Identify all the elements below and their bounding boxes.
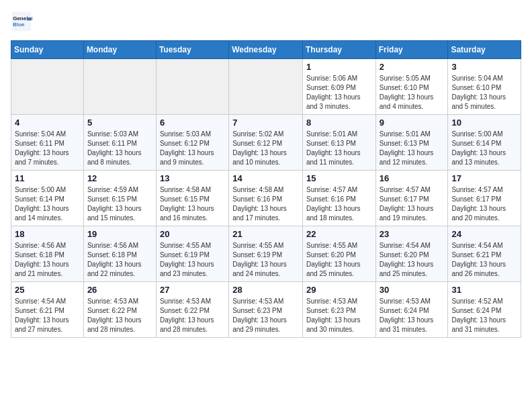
calendar-cell: 3Sunrise: 5:04 AM Sunset: 6:10 PM Daylig… bbox=[448, 59, 521, 115]
weekday-header: Thursday bbox=[302, 41, 375, 59]
day-number: 27 bbox=[160, 285, 225, 295]
calendar-cell: 23Sunrise: 4:54 AM Sunset: 6:20 PM Dayli… bbox=[375, 226, 448, 282]
calendar-cell: 20Sunrise: 4:55 AM Sunset: 6:19 PM Dayli… bbox=[156, 226, 228, 282]
day-number: 11 bbox=[15, 173, 80, 183]
calendar-cell bbox=[83, 59, 156, 115]
calendar-cell bbox=[229, 59, 303, 115]
day-number: 4 bbox=[15, 118, 80, 128]
calendar-table: SundayMondayTuesdayWednesdayThursdayFrid… bbox=[11, 40, 521, 338]
day-number: 1 bbox=[306, 62, 372, 72]
day-info: Sunrise: 5:03 AM Sunset: 6:12 PM Dayligh… bbox=[160, 130, 225, 167]
day-number: 31 bbox=[451, 285, 517, 295]
day-number: 14 bbox=[232, 173, 299, 183]
calendar-cell: 28Sunrise: 4:53 AM Sunset: 6:23 PM Dayli… bbox=[229, 282, 303, 338]
day-number: 18 bbox=[15, 229, 80, 239]
calendar-cell: 11Sunrise: 5:00 AM Sunset: 6:14 PM Dayli… bbox=[11, 171, 84, 226]
svg-text:Blue: Blue bbox=[13, 21, 25, 28]
day-info: Sunrise: 4:56 AM Sunset: 6:18 PM Dayligh… bbox=[87, 241, 152, 279]
calendar-cell: 21Sunrise: 4:55 AM Sunset: 6:19 PM Dayli… bbox=[229, 226, 303, 282]
day-number: 10 bbox=[451, 118, 517, 128]
day-info: Sunrise: 4:57 AM Sunset: 6:17 PM Dayligh… bbox=[380, 185, 445, 223]
day-info: Sunrise: 4:55 AM Sunset: 6:19 PM Dayligh… bbox=[232, 241, 299, 279]
calendar-cell bbox=[156, 59, 228, 115]
calendar-header: SundayMondayTuesdayWednesdayThursdayFrid… bbox=[11, 41, 521, 59]
calendar-week-row: 1Sunrise: 5:06 AM Sunset: 6:09 PM Daylig… bbox=[11, 59, 521, 115]
calendar-cell: 15Sunrise: 4:57 AM Sunset: 6:16 PM Dayli… bbox=[302, 171, 375, 226]
calendar-cell: 4Sunrise: 5:04 AM Sunset: 6:11 PM Daylig… bbox=[11, 115, 84, 171]
day-number: 2 bbox=[380, 62, 445, 72]
day-info: Sunrise: 4:54 AM Sunset: 6:21 PM Dayligh… bbox=[15, 297, 80, 334]
weekday-header-row: SundayMondayTuesdayWednesdayThursdayFrid… bbox=[11, 41, 521, 59]
calendar-cell: 7Sunrise: 5:02 AM Sunset: 6:12 PM Daylig… bbox=[229, 115, 303, 171]
calendar-cell: 9Sunrise: 5:01 AM Sunset: 6:13 PM Daylig… bbox=[375, 115, 448, 171]
day-info: Sunrise: 5:00 AM Sunset: 6:14 PM Dayligh… bbox=[15, 185, 80, 223]
day-number: 29 bbox=[306, 285, 372, 295]
calendar-cell: 6Sunrise: 5:03 AM Sunset: 6:12 PM Daylig… bbox=[156, 115, 228, 171]
calendar-cell: 26Sunrise: 4:53 AM Sunset: 6:22 PM Dayli… bbox=[83, 282, 156, 338]
logo-icon: General Blue bbox=[11, 11, 32, 32]
day-number: 16 bbox=[380, 173, 445, 183]
calendar-cell: 14Sunrise: 4:58 AM Sunset: 6:16 PM Dayli… bbox=[229, 171, 303, 226]
day-info: Sunrise: 4:56 AM Sunset: 6:18 PM Dayligh… bbox=[15, 241, 80, 279]
calendar-cell: 22Sunrise: 4:55 AM Sunset: 6:20 PM Dayli… bbox=[302, 226, 375, 282]
day-number: 28 bbox=[232, 285, 299, 295]
calendar-cell: 1Sunrise: 5:06 AM Sunset: 6:09 PM Daylig… bbox=[302, 59, 375, 115]
day-number: 6 bbox=[160, 118, 225, 128]
calendar-week-row: 4Sunrise: 5:04 AM Sunset: 6:11 PM Daylig… bbox=[11, 115, 521, 171]
day-info: Sunrise: 5:01 AM Sunset: 6:13 PM Dayligh… bbox=[306, 130, 372, 167]
day-info: Sunrise: 4:54 AM Sunset: 6:21 PM Dayligh… bbox=[451, 241, 517, 279]
calendar-cell: 29Sunrise: 4:53 AM Sunset: 6:23 PM Dayli… bbox=[302, 282, 375, 338]
calendar-cell: 17Sunrise: 4:57 AM Sunset: 6:17 PM Dayli… bbox=[448, 171, 521, 226]
day-number: 13 bbox=[160, 173, 225, 183]
day-info: Sunrise: 4:53 AM Sunset: 6:23 PM Dayligh… bbox=[232, 297, 299, 334]
day-number: 30 bbox=[380, 285, 445, 295]
day-number: 9 bbox=[380, 118, 445, 128]
day-number: 12 bbox=[87, 173, 152, 183]
day-info: Sunrise: 4:55 AM Sunset: 6:20 PM Dayligh… bbox=[306, 241, 372, 279]
day-info: Sunrise: 4:53 AM Sunset: 6:23 PM Dayligh… bbox=[306, 297, 372, 334]
calendar-cell: 10Sunrise: 5:00 AM Sunset: 6:14 PM Dayli… bbox=[448, 115, 521, 171]
calendar-cell: 2Sunrise: 5:05 AM Sunset: 6:10 PM Daylig… bbox=[375, 59, 448, 115]
day-info: Sunrise: 4:58 AM Sunset: 6:16 PM Dayligh… bbox=[232, 185, 299, 223]
day-number: 17 bbox=[451, 173, 517, 183]
day-info: Sunrise: 5:06 AM Sunset: 6:09 PM Dayligh… bbox=[306, 74, 372, 111]
day-info: Sunrise: 5:02 AM Sunset: 6:12 PM Dayligh… bbox=[232, 130, 299, 167]
calendar-cell: 16Sunrise: 4:57 AM Sunset: 6:17 PM Dayli… bbox=[375, 171, 448, 226]
day-info: Sunrise: 4:57 AM Sunset: 6:16 PM Dayligh… bbox=[306, 185, 372, 223]
day-info: Sunrise: 5:01 AM Sunset: 6:13 PM Dayligh… bbox=[380, 130, 445, 167]
day-number: 23 bbox=[380, 229, 445, 239]
day-info: Sunrise: 5:00 AM Sunset: 6:14 PM Dayligh… bbox=[451, 130, 517, 167]
day-number: 22 bbox=[306, 229, 372, 239]
day-info: Sunrise: 4:55 AM Sunset: 6:19 PM Dayligh… bbox=[160, 241, 225, 279]
logo: General Blue bbox=[11, 11, 35, 32]
day-number: 3 bbox=[451, 62, 517, 72]
calendar-cell: 27Sunrise: 4:53 AM Sunset: 6:22 PM Dayli… bbox=[156, 282, 228, 338]
day-number: 7 bbox=[232, 118, 299, 128]
calendar-cell bbox=[11, 59, 84, 115]
day-number: 5 bbox=[87, 118, 152, 128]
weekday-header: Sunday bbox=[11, 41, 84, 59]
day-number: 25 bbox=[15, 285, 80, 295]
weekday-header: Saturday bbox=[448, 41, 521, 59]
day-info: Sunrise: 5:04 AM Sunset: 6:10 PM Dayligh… bbox=[451, 74, 517, 111]
calendar-week-row: 25Sunrise: 4:54 AM Sunset: 6:21 PM Dayli… bbox=[11, 282, 521, 338]
day-number: 15 bbox=[306, 173, 372, 183]
calendar-cell: 12Sunrise: 4:59 AM Sunset: 6:15 PM Dayli… bbox=[83, 171, 156, 226]
day-number: 21 bbox=[232, 229, 299, 239]
calendar-cell: 31Sunrise: 4:52 AM Sunset: 6:24 PM Dayli… bbox=[448, 282, 521, 338]
calendar-cell: 30Sunrise: 4:53 AM Sunset: 6:24 PM Dayli… bbox=[375, 282, 448, 338]
calendar-cell: 8Sunrise: 5:01 AM Sunset: 6:13 PM Daylig… bbox=[302, 115, 375, 171]
calendar-cell: 24Sunrise: 4:54 AM Sunset: 6:21 PM Dayli… bbox=[448, 226, 521, 282]
day-info: Sunrise: 4:53 AM Sunset: 6:22 PM Dayligh… bbox=[160, 297, 225, 334]
day-info: Sunrise: 4:59 AM Sunset: 6:15 PM Dayligh… bbox=[87, 185, 152, 223]
day-info: Sunrise: 4:52 AM Sunset: 6:24 PM Dayligh… bbox=[451, 297, 517, 334]
day-info: Sunrise: 4:53 AM Sunset: 6:22 PM Dayligh… bbox=[87, 297, 152, 334]
calendar-cell: 5Sunrise: 5:03 AM Sunset: 6:11 PM Daylig… bbox=[83, 115, 156, 171]
day-info: Sunrise: 5:04 AM Sunset: 6:11 PM Dayligh… bbox=[15, 130, 80, 167]
day-number: 24 bbox=[451, 229, 517, 239]
calendar-cell: 19Sunrise: 4:56 AM Sunset: 6:18 PM Dayli… bbox=[83, 226, 156, 282]
day-info: Sunrise: 5:05 AM Sunset: 6:10 PM Dayligh… bbox=[380, 74, 445, 111]
weekday-header: Monday bbox=[83, 41, 156, 59]
weekday-header: Wednesday bbox=[229, 41, 303, 59]
weekday-header: Friday bbox=[375, 41, 448, 59]
